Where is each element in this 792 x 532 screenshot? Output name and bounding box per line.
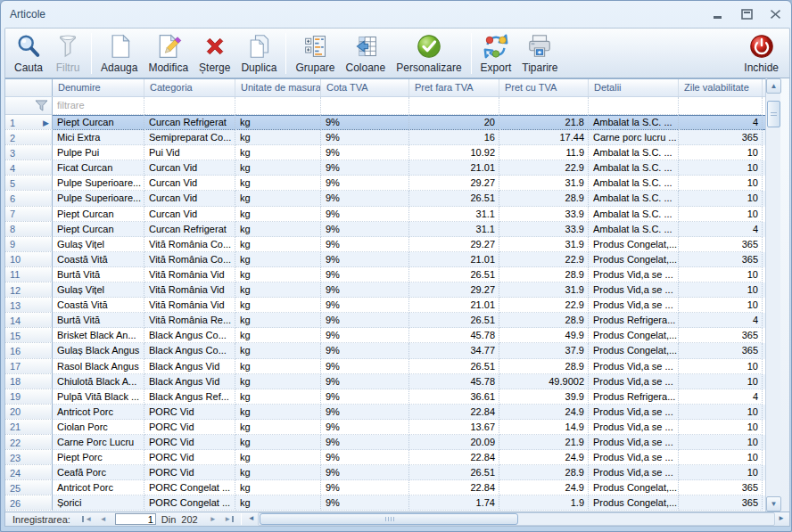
cell-detalii[interactable]: Produs Refrigera... bbox=[589, 389, 679, 405]
cell-detalii[interactable]: Produs Congelat,... bbox=[589, 343, 679, 358]
cell-categoria[interactable]: PORC Vid bbox=[144, 465, 235, 480]
cell-zile-valabilitate[interactable]: 365 bbox=[679, 480, 763, 495]
cell-pret-fara-tva[interactable]: 16 bbox=[409, 130, 499, 145]
cell-unitate-de-masura[interactable]: kg bbox=[235, 374, 321, 389]
cell-zile-valabilitate[interactable]: 10 bbox=[679, 465, 763, 480]
grid-corner-cell[interactable] bbox=[5, 79, 53, 96]
table-row[interactable]: 17Rasol Black AngusBlack Angus Vidkg9%26… bbox=[5, 359, 789, 374]
row-number[interactable]: 18 bbox=[5, 374, 53, 389]
cell-pret-fara-tva[interactable]: 31.1 bbox=[409, 207, 499, 222]
cell-denumire[interactable]: Pulpe Superioare... bbox=[53, 176, 144, 191]
cell-detalii[interactable]: Produs Congelat,... bbox=[589, 480, 679, 495]
cell-pret-cu-tva[interactable]: 22.9 bbox=[499, 252, 589, 267]
adauga-button[interactable]: Adauga bbox=[95, 30, 143, 77]
cell-unitate-de-masura[interactable]: kg bbox=[235, 420, 321, 435]
cell-categoria[interactable]: Black Angus Vid bbox=[144, 374, 235, 389]
table-row[interactable]: 20Antricot PorcPORC Vidkg9%22.8424.9Prod… bbox=[5, 405, 789, 420]
cell-cota-tva[interactable]: 9% bbox=[321, 495, 409, 511]
last-record-icon[interactable]: ► bbox=[221, 513, 237, 526]
cell-pret-cu-tva[interactable]: 21.8 bbox=[499, 115, 589, 130]
cell-denumire[interactable]: Ceafă Porc bbox=[53, 465, 144, 480]
cell-cota-tva[interactable]: 9% bbox=[321, 359, 409, 374]
cell-denumire[interactable]: Șorici bbox=[53, 495, 144, 511]
cell-pret-fara-tva[interactable]: 34.77 bbox=[409, 343, 499, 358]
cell-pret-cu-tva[interactable]: 24.9 bbox=[499, 450, 589, 465]
table-row[interactable]: 21Ciolan PorcPORC Vidkg9%13.6714.9Produs… bbox=[5, 420, 789, 435]
cell-pret-cu-tva[interactable]: 39.9 bbox=[499, 389, 589, 405]
cell-unitate-de-masura[interactable]: kg bbox=[235, 313, 321, 328]
cell-denumire[interactable]: Coastă Vită bbox=[53, 298, 144, 313]
cell-denumire[interactable]: Gulaș Vițel bbox=[53, 237, 144, 252]
horizontal-scroll-thumb[interactable] bbox=[260, 513, 518, 525]
cell-cota-tva[interactable]: 9% bbox=[321, 465, 409, 480]
cell-detalii[interactable]: Produs Vid,a se ... bbox=[589, 405, 679, 420]
grupare-button[interactable]: Grupare bbox=[290, 30, 340, 77]
cell-detalii[interactable]: Ambalat la S.C. ... bbox=[589, 160, 679, 176]
row-number[interactable]: 26 bbox=[5, 495, 53, 511]
filtru-button[interactable]: Filtru bbox=[48, 30, 87, 77]
cell-pret-fara-tva[interactable]: 20.09 bbox=[409, 435, 499, 450]
cell-pret-fara-tva[interactable]: 21.01 bbox=[409, 252, 499, 267]
cell-detalii[interactable]: Ambalat la S.C. ... bbox=[589, 191, 679, 206]
row-number[interactable]: 3 bbox=[5, 145, 53, 160]
cell-denumire[interactable]: Pulpă Vită Black ... bbox=[53, 389, 144, 405]
cell-denumire[interactable]: Chiulotă Black A... bbox=[53, 374, 144, 389]
cell-denumire[interactable]: Antricot Porc bbox=[53, 405, 144, 420]
cauta-button[interactable]: Cauta bbox=[9, 30, 48, 77]
cell-cota-tva[interactable]: 9% bbox=[321, 267, 409, 282]
table-row[interactable]: 15Brisket Black An...Black Angus Co...kg… bbox=[5, 328, 789, 343]
cell-denumire[interactable]: Carne Porc Lucru bbox=[53, 435, 144, 450]
cell-categoria[interactable]: Vită România Vid bbox=[144, 267, 235, 282]
filter-input-zile-valabilitate[interactable] bbox=[679, 97, 763, 115]
table-row[interactable]: 1▶Piept CurcanCurcan Refrigeratkg9%2021.… bbox=[5, 115, 789, 130]
cell-pret-cu-tva[interactable]: 22.9 bbox=[499, 160, 589, 176]
cell-denumire[interactable]: Pulpe Pui bbox=[53, 145, 144, 160]
table-row[interactable]: 23Piept PorcPORC Vidkg9%22.8424.9Produs … bbox=[5, 450, 789, 465]
row-number[interactable]: 5 bbox=[5, 176, 53, 191]
cell-unitate-de-masura[interactable]: kg bbox=[235, 237, 321, 252]
cell-unitate-de-masura[interactable]: kg bbox=[235, 495, 321, 511]
cell-unitate-de-masura[interactable]: kg bbox=[235, 222, 321, 237]
cell-denumire[interactable]: Piept Curcan bbox=[53, 222, 144, 237]
cell-pret-cu-tva[interactable]: 28.9 bbox=[499, 191, 589, 206]
cell-pret-cu-tva[interactable]: 28.9 bbox=[499, 465, 589, 480]
cell-pret-fara-tva[interactable]: 45.78 bbox=[409, 328, 499, 343]
cell-unitate-de-masura[interactable]: kg bbox=[235, 450, 321, 465]
cell-unitate-de-masura[interactable]: kg bbox=[235, 207, 321, 222]
cell-cota-tva[interactable]: 9% bbox=[321, 222, 409, 237]
cell-pret-cu-tva[interactable]: 31.9 bbox=[499, 176, 589, 191]
row-number[interactable]: 8 bbox=[5, 222, 53, 237]
cell-detalii[interactable]: Produs Vid,a se ... bbox=[589, 374, 679, 389]
cell-unitate-de-masura[interactable]: kg bbox=[235, 389, 321, 405]
row-number[interactable]: 11 bbox=[5, 267, 53, 282]
filter-input-detalii[interactable] bbox=[589, 97, 679, 115]
cell-zile-valabilitate[interactable]: 10 bbox=[679, 145, 763, 160]
cell-pret-fara-tva[interactable]: 20 bbox=[409, 115, 499, 130]
row-number[interactable]: 1▶ bbox=[5, 115, 53, 130]
scroll-down-icon[interactable]: ▼ bbox=[766, 496, 781, 512]
filter-row-header[interactable] bbox=[5, 97, 53, 115]
cell-denumire[interactable]: Coastă Vită bbox=[53, 252, 144, 267]
table-row[interactable]: 19Pulpă Vită Black ...Black Angus Ref...… bbox=[5, 389, 789, 405]
row-number[interactable]: 7 bbox=[5, 207, 53, 222]
cell-categoria[interactable]: Vită România Co... bbox=[144, 237, 235, 252]
cell-cota-tva[interactable]: 9% bbox=[321, 115, 409, 130]
cell-pret-fara-tva[interactable]: 22.84 bbox=[409, 405, 499, 420]
cell-categoria[interactable]: Vită România Vid bbox=[144, 298, 235, 313]
cell-pret-fara-tva[interactable]: 29.27 bbox=[409, 282, 499, 298]
cell-zile-valabilitate[interactable]: 10 bbox=[679, 191, 763, 206]
cell-detalii[interactable]: Produs Vid,a se ... bbox=[589, 465, 679, 480]
cell-zile-valabilitate[interactable]: 365 bbox=[679, 252, 763, 267]
cell-cota-tva[interactable]: 9% bbox=[321, 160, 409, 176]
table-row[interactable]: 6Pulpe Superioare...Curcan Vidkg9%26.512… bbox=[5, 191, 789, 206]
table-row[interactable]: 12Gulaș VițelVită România Vidkg9%29.2731… bbox=[5, 282, 789, 298]
cell-pret-fara-tva[interactable]: 10.92 bbox=[409, 145, 499, 160]
cell-zile-valabilitate[interactable]: 4 bbox=[679, 313, 763, 328]
table-row[interactable]: 16Gulaș Black AngusBlack Angus Co...kg9%… bbox=[5, 343, 789, 358]
cell-cota-tva[interactable]: 9% bbox=[321, 207, 409, 222]
cell-pret-cu-tva[interactable]: 37.9 bbox=[499, 343, 589, 358]
cell-pret-cu-tva[interactable]: 24.9 bbox=[499, 405, 589, 420]
cell-cota-tva[interactable]: 9% bbox=[321, 176, 409, 191]
cell-unitate-de-masura[interactable]: kg bbox=[235, 176, 321, 191]
tiparire-button[interactable]: Tiparire bbox=[516, 30, 563, 77]
